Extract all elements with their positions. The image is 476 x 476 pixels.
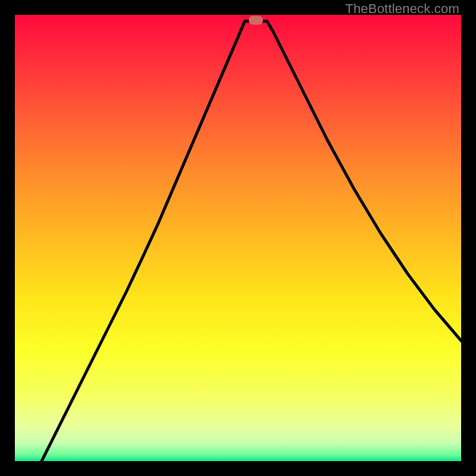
bottleneck-curve (15, 15, 461, 461)
chart-frame: TheBottleneck.com (0, 0, 476, 476)
plot-area (15, 15, 461, 461)
minimum-marker (249, 16, 263, 25)
curve-path (42, 21, 461, 462)
